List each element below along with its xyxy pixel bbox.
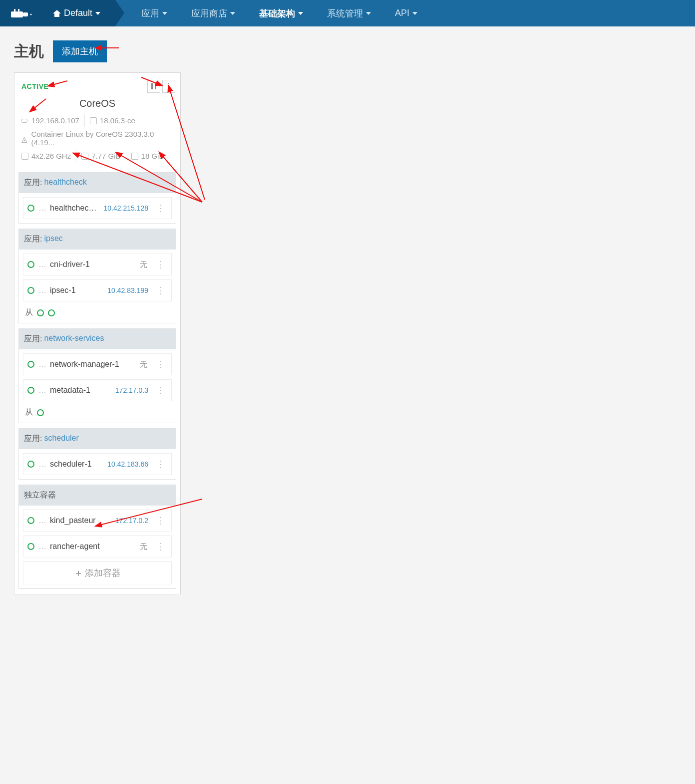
env-switcher[interactable]: Default bbox=[44, 0, 115, 26]
env-label: Default bbox=[64, 8, 92, 18]
nav-item-应用[interactable]: 应用 bbox=[129, 0, 179, 26]
nav-item-API[interactable]: API bbox=[383, 0, 429, 26]
stack-header[interactable]: 应用: ipsec bbox=[19, 229, 176, 250]
nav-item-应用商店[interactable]: 应用商店 bbox=[179, 0, 247, 26]
service-name: rancher-agent bbox=[50, 542, 136, 551]
ellipsis-icon: … bbox=[38, 386, 46, 395]
host-disk: 18 GiB bbox=[141, 152, 164, 160]
docker-version: 18.06.3-ce bbox=[100, 116, 135, 125]
service-row[interactable]: …cni-driver-1无⋮ bbox=[23, 254, 172, 275]
add-host-button[interactable]: 添加主机 bbox=[53, 40, 107, 62]
stack-name: healthcheck bbox=[44, 178, 86, 188]
service-name: network-manager-1 bbox=[50, 360, 136, 369]
chevron-down-icon bbox=[162, 12, 167, 15]
host-card: ACTIVE ⋮ CoreOS 192.168.0.107 18.06.3-ce… bbox=[14, 72, 181, 594]
nav-item-label: 应用商店 bbox=[191, 7, 227, 19]
service-ip-none: 无 bbox=[140, 542, 147, 551]
stack-name: network-services bbox=[44, 334, 104, 344]
sub-containers-line: 从 bbox=[19, 305, 176, 323]
service-row[interactable]: …healthcheck-110.42.215.128⋮ bbox=[23, 197, 172, 219]
status-circle-icon bbox=[27, 261, 34, 268]
stack-name: scheduler bbox=[44, 434, 78, 444]
service-row[interactable]: …network-manager-1无⋮ bbox=[23, 353, 172, 375]
standalone-section: 独立容器 …kind_pasteur172.17.0.2⋮…rancher-ag… bbox=[18, 485, 176, 589]
service-ip: 172.17.0.2 bbox=[115, 517, 148, 524]
top-nav: Default 应用应用商店基础架构系统管理API bbox=[0, 0, 695, 26]
chevron-down-icon bbox=[95, 12, 100, 15]
stack-prefix: 应用: bbox=[24, 234, 42, 245]
sub-from-label: 从 bbox=[25, 407, 33, 418]
chevron-down-icon bbox=[298, 12, 303, 15]
service-name: kind_pasteur bbox=[50, 516, 111, 525]
service-actions-button[interactable]: ⋮ bbox=[154, 359, 167, 370]
service-ip-none: 无 bbox=[140, 360, 147, 369]
service-actions-button[interactable]: ⋮ bbox=[154, 515, 167, 526]
nav-item-基础架构[interactable]: 基础架构 bbox=[247, 0, 315, 26]
service-name: ipsec-1 bbox=[50, 286, 103, 295]
service-actions-button[interactable]: ⋮ bbox=[154, 203, 167, 214]
ellipsis-icon: … bbox=[38, 542, 46, 551]
status-circle-icon[interactable] bbox=[48, 309, 55, 316]
sub-containers-line: 从 bbox=[19, 405, 176, 423]
status-circle-icon bbox=[27, 387, 34, 394]
sub-from-label: 从 bbox=[25, 307, 33, 318]
svg-rect-1 bbox=[23, 12, 28, 16]
svg-rect-3 bbox=[18, 9, 19, 12]
stack-prefix: 应用: bbox=[24, 334, 42, 344]
status-circle-icon[interactable] bbox=[37, 409, 44, 416]
chevron-down-icon bbox=[366, 12, 371, 15]
stack-name: ipsec bbox=[44, 234, 62, 245]
nav-item-label: 系统管理 bbox=[327, 7, 363, 19]
stack-scheduler: 应用: scheduler…scheduler-110.42.183.66⋮ bbox=[18, 428, 176, 480]
pause-icon bbox=[151, 83, 156, 89]
host-name[interactable]: CoreOS bbox=[14, 96, 180, 114]
svg-rect-0 bbox=[11, 11, 23, 17]
ellipsis-icon: … bbox=[38, 516, 46, 525]
stack-healthcheck: 应用: healthcheck…healthcheck-110.42.215.1… bbox=[18, 172, 176, 224]
service-actions-button[interactable]: ⋮ bbox=[154, 459, 167, 470]
status-circle-icon bbox=[27, 287, 34, 294]
service-actions-button[interactable]: ⋮ bbox=[154, 541, 167, 552]
cpu-icon bbox=[21, 153, 28, 160]
service-name: healthcheck-1 bbox=[50, 204, 99, 213]
stack-network-services: 应用: network-services…network-manager-1无⋮… bbox=[18, 328, 176, 423]
status-circle-icon[interactable] bbox=[37, 309, 44, 316]
add-container-button[interactable]: ＋添加容器 bbox=[23, 561, 172, 584]
service-ip: 10.42.183.66 bbox=[107, 460, 148, 468]
nav-item-label: 基础架构 bbox=[259, 7, 295, 19]
logo[interactable] bbox=[0, 0, 44, 26]
host-os: Container Linux by CoreOS 2303.3.0 (4.19… bbox=[31, 130, 173, 147]
ellipsis-icon: … bbox=[38, 360, 46, 369]
stack-header[interactable]: 应用: healthcheck bbox=[19, 173, 176, 193]
add-container-label: 添加容器 bbox=[85, 568, 121, 578]
ellipsis-icon: … bbox=[38, 260, 46, 269]
service-row[interactable]: …rancher-agent无⋮ bbox=[23, 535, 172, 557]
service-actions-button[interactable]: ⋮ bbox=[154, 285, 167, 296]
stack-prefix: 应用: bbox=[24, 178, 42, 188]
status-circle-icon bbox=[27, 205, 34, 212]
pause-host-button[interactable] bbox=[147, 80, 160, 93]
ellipsis-icon: … bbox=[38, 204, 46, 213]
disk-icon bbox=[131, 153, 138, 160]
status-circle-icon bbox=[27, 461, 34, 468]
svg-rect-2 bbox=[14, 9, 15, 12]
mem-icon bbox=[81, 153, 88, 160]
service-row[interactable]: …scheduler-110.42.183.66⋮ bbox=[23, 453, 172, 475]
service-name: cni-driver-1 bbox=[50, 260, 136, 269]
service-row[interactable]: …metadata-1172.17.0.3⋮ bbox=[23, 379, 172, 401]
ellipsis-icon: … bbox=[38, 286, 46, 295]
service-actions-button[interactable]: ⋮ bbox=[154, 259, 167, 270]
host-ip: 192.168.0.107 bbox=[31, 116, 79, 125]
stack-header[interactable]: 应用: scheduler bbox=[19, 429, 176, 449]
service-actions-button[interactable]: ⋮ bbox=[154, 385, 167, 396]
host-cpu: 4x2.26 GHz bbox=[31, 152, 71, 160]
nav-item-系统管理[interactable]: 系统管理 bbox=[315, 0, 383, 26]
service-row[interactable]: …kind_pasteur172.17.0.2⋮ bbox=[23, 510, 172, 531]
svg-point-4 bbox=[30, 13, 32, 15]
service-ip: 10.42.215.128 bbox=[103, 204, 148, 212]
stack-header[interactable]: 应用: network-services bbox=[19, 329, 176, 349]
host-status: ACTIVE bbox=[21, 82, 145, 90]
service-row[interactable]: …ipsec-110.42.83.199⋮ bbox=[23, 279, 172, 301]
host-actions-button[interactable]: ⋮ bbox=[162, 80, 175, 93]
service-ip: 172.17.0.3 bbox=[115, 386, 148, 394]
